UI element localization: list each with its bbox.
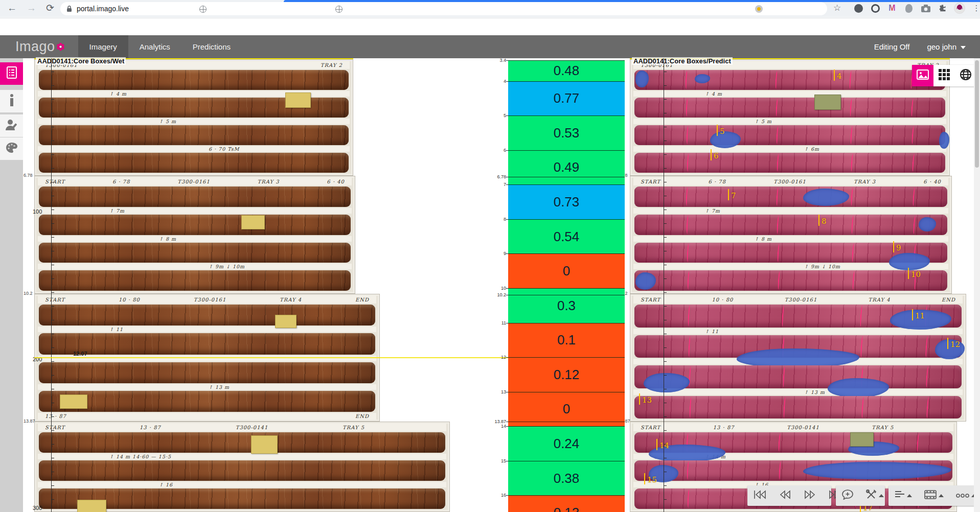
grade-cell[interactable]: 0.12 (508, 357, 625, 392)
core-block-label (241, 215, 265, 229)
tray-footer-label: 13 · 87 (45, 413, 66, 419)
url-text: portal.imago.live (77, 5, 129, 13)
back-icon[interactable]: ← (7, 1, 17, 16)
core-row[interactable] (39, 432, 445, 453)
grade-cell[interactable]: 0.13 (508, 495, 625, 512)
rewind-icon (779, 490, 791, 501)
grade-cell[interactable]: 0.54 (508, 219, 625, 254)
sidebar-item-imagery-list[interactable] (0, 62, 23, 85)
sidebar-item-info[interactable] (0, 90, 23, 112)
browser-toolbar: ← → ⟳ portal.imago.live ☆ M mago ⋮ (0, 0, 980, 17)
core-row[interactable] (39, 391, 375, 412)
reload-icon[interactable]: ⟳ (46, 1, 54, 16)
core-row[interactable] (634, 215, 947, 235)
core-run-marker: 4 (837, 72, 842, 81)
sidebar-item-palette[interactable] (0, 137, 23, 160)
core-row[interactable] (634, 335, 962, 358)
grade-cell[interactable]: 0.48 (508, 60, 625, 81)
core-row[interactable] (39, 333, 375, 354)
core-row[interactable] (39, 153, 349, 173)
core-row[interactable] (634, 98, 945, 118)
grade-depth-tick: 11 (487, 320, 506, 325)
core-row[interactable] (634, 396, 962, 419)
balloon-extension-icon[interactable] (903, 3, 915, 14)
add-comment-button[interactable] (836, 485, 859, 506)
core-block-label (285, 92, 311, 108)
bookmark-star-icon[interactable]: ☆ (833, 1, 841, 16)
rewind-button[interactable] (773, 485, 797, 506)
legend-button[interactable] (888, 485, 918, 506)
depth-note: ↑ 8 m (159, 236, 176, 242)
tools-button[interactable] (859, 485, 890, 506)
user-menu[interactable]: geo john (927, 42, 966, 51)
sidebar-item-user-edit[interactable] (0, 114, 23, 137)
core-row[interactable] (39, 125, 349, 145)
tray-header-label: 13 · 87 (713, 425, 735, 430)
core-row[interactable] (39, 243, 351, 263)
grade-cell[interactable]: 0.77 (508, 81, 625, 116)
tab-imagery[interactable]: Imagery (78, 35, 128, 58)
depth-note: ↑ 11 (109, 327, 123, 332)
extension-icon[interactable] (853, 3, 864, 14)
core-row[interactable] (39, 187, 351, 207)
depth-ruler-line (51, 58, 54, 512)
tray-header: START6 · 78T300-0161TRAY 36 · 40 (38, 178, 352, 185)
editing-status[interactable]: Editing Off (874, 42, 910, 51)
core-row[interactable] (39, 460, 445, 481)
core-row[interactable] (39, 270, 351, 291)
core-row[interactable] (39, 215, 351, 235)
core-row[interactable] (634, 125, 945, 145)
tray-divider: ↑ 14 m 14·60 — 15·5 (38, 454, 446, 459)
core-row[interactable] (634, 270, 947, 291)
core-row[interactable] (634, 153, 945, 173)
kebab-menu-icon[interactable]: ⋮ (971, 3, 980, 14)
right-panel-title: AADD0141:Core Boxes/Predict (632, 57, 733, 65)
grade-cell[interactable]: 0.49 (508, 150, 625, 185)
grade-cell[interactable]: 0.73 (508, 184, 625, 219)
core-run-marker: 8 (822, 217, 827, 226)
core-row[interactable] (634, 365, 962, 388)
address-bar[interactable]: portal.imago.live (60, 2, 827, 15)
grade-cell[interactable]: 0 (508, 392, 625, 427)
scrollbar-thumb[interactable] (975, 60, 979, 168)
tray-header: START10 · 80T300-0161TRAY 4END (38, 296, 376, 304)
fast-forward-button[interactable] (797, 485, 822, 506)
profile-avatar[interactable]: mago (954, 3, 965, 14)
filmstrip-button[interactable] (918, 485, 950, 506)
tab-predictions[interactable]: Predictions (181, 35, 242, 58)
core-row[interactable] (634, 187, 947, 207)
grade-cell[interactable]: 0 (508, 253, 625, 288)
core-row[interactable] (39, 70, 349, 90)
tray-header: START13 · 87T300-0141TRAY 5 (38, 424, 446, 431)
lock-icon (66, 5, 72, 12)
tray-divider: ↑ 13 m (633, 389, 963, 395)
grade-cell[interactable]: 0.3 (508, 288, 625, 323)
core-row[interactable] (634, 70, 945, 90)
tab-analytics[interactable]: Analytics (128, 35, 181, 58)
messages-extension-icon[interactable]: M (886, 3, 898, 14)
tray-divider: ↑ 13 m (38, 384, 376, 390)
core-row[interactable] (39, 362, 375, 383)
camera-extension-icon[interactable] (920, 3, 931, 14)
depth-note: ↑ 13 m (209, 384, 230, 390)
legend-lines-icon (895, 491, 905, 501)
tray-header-label: START (45, 179, 65, 184)
puzzle-extensions-icon[interactable] (937, 3, 948, 14)
core-row[interactable] (634, 432, 952, 453)
forward-icon[interactable]: → (27, 1, 36, 16)
imago-logo[interactable]: Imago (15, 39, 65, 55)
image-view-button[interactable] (912, 65, 933, 86)
grid-view-button[interactable] (933, 65, 955, 86)
tray-divider (38, 356, 376, 361)
tray-divider: 6 · 70 TsM (38, 146, 350, 152)
skip-start-button[interactable] (747, 485, 773, 506)
ruler-depth-label: 13.87 (24, 418, 35, 424)
grade-cell[interactable]: 0.38 (508, 461, 625, 496)
grade-cell[interactable]: 0.1 (508, 323, 625, 358)
core-row[interactable] (634, 460, 952, 481)
map-view-button[interactable] (955, 65, 976, 86)
extension-lock-icon[interactable] (870, 3, 881, 14)
grade-cell[interactable]: 0.24 (508, 426, 625, 461)
grade-cell[interactable]: 0.53 (508, 115, 625, 150)
core-row[interactable] (39, 305, 375, 325)
